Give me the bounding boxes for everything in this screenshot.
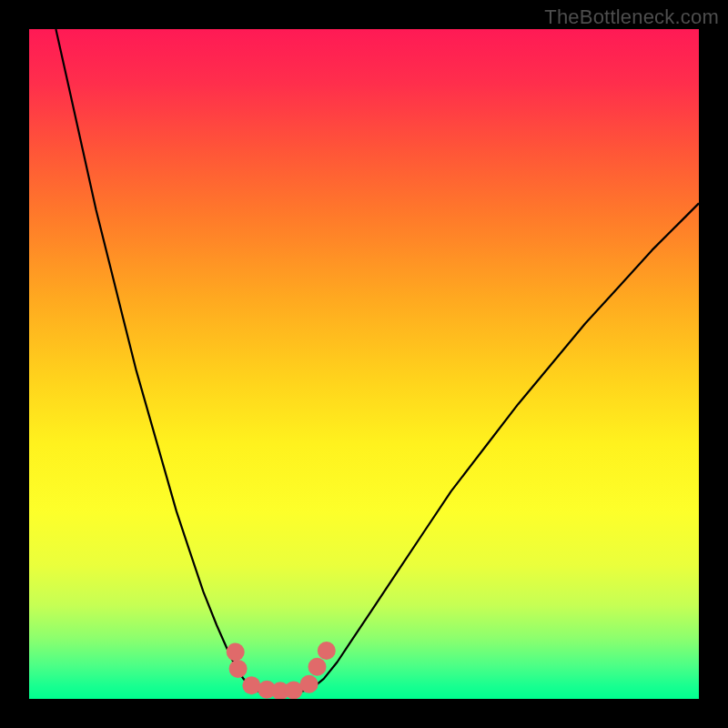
curve-layer — [56, 29, 699, 693]
marker-dot — [308, 658, 327, 676]
bottleneck-curve — [56, 29, 699, 693]
marker-dot — [242, 676, 260, 694]
marker-dot — [229, 660, 248, 678]
marker-dot — [318, 642, 336, 660]
marker-layer — [227, 642, 336, 699]
marker-dot — [300, 675, 318, 693]
attribution-text: TheBottleneck.com — [544, 5, 719, 29]
outer-frame: TheBottleneck.com — [0, 0, 728, 728]
marker-dot — [227, 643, 245, 662]
chart-svg — [29, 29, 699, 699]
plot-area — [29, 29, 699, 699]
